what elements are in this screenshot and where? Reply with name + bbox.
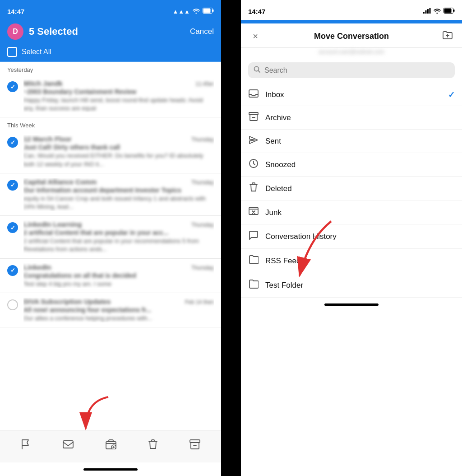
email-preview: Happy Friday, launch Hill send, boost ro…	[23, 96, 214, 112]
email-sender: Capital Alliance Comm	[23, 178, 97, 186]
email-item[interactable]: ✓ LinkedIn Learning Thursday 2 artificia…	[0, 216, 221, 258]
folder-item-snoozed[interactable]: Snoozed	[241, 153, 462, 177]
select-all-checkbox[interactable]	[7, 47, 17, 57]
selected-count: 5 Selected	[29, 26, 185, 37]
folder-name-snoozed: Snoozed	[265, 160, 455, 169]
new-folder-button[interactable]	[440, 30, 455, 43]
folder-list: Inbox ✓ Archive Sent Snoozed	[241, 84, 462, 298]
email-item[interactable]: ✓ 12 March Floor Thursday Just Call! Dir…	[0, 131, 221, 173]
svg-rect-12	[430, 8, 431, 14]
email-date: Thursday	[191, 222, 214, 228]
email-subject: Our Information account department Inves…	[23, 187, 214, 194]
email-item[interactable]: DiVA Subscription Updates Feb 14 then Al…	[0, 293, 221, 327]
home-bar-right	[324, 303, 379, 306]
email-subject: 2 artificial Content that are popular in…	[23, 229, 214, 236]
email-content-5: LinkedIn Thursday Congratulations on all…	[23, 263, 214, 288]
inbox-icon	[248, 89, 259, 100]
flag-button[interactable]	[15, 435, 36, 453]
checkmark-icon: ✓	[10, 267, 15, 274]
conversation-history-icon	[248, 230, 259, 243]
signal-icon: ▲▲▲	[172, 8, 190, 15]
email-date: Thursday	[191, 179, 214, 186]
email-sender: LinkedIn	[23, 263, 51, 271]
email-item[interactable]: ✓ Capital Alliance Comm Thursday Our Inf…	[0, 173, 221, 216]
folder-item-archive[interactable]: Archive	[241, 106, 462, 130]
svg-rect-3	[63, 441, 73, 448]
svg-rect-11	[427, 9, 429, 14]
email-checkbox-3[interactable]: ✓	[7, 180, 18, 191]
folder-item-rss-feeds[interactable]: RSS Feeds	[241, 249, 462, 273]
email-content-1: Mitch Jandk 11:45er ~2003 Boundary Conta…	[23, 79, 214, 112]
home-indicator-left	[0, 462, 221, 476]
deleted-icon	[248, 182, 259, 195]
folder-item-test-folder[interactable]: Test Folder	[241, 273, 462, 298]
test-folder-icon	[248, 279, 259, 291]
svg-rect-2	[203, 9, 211, 13]
select-all-label: Select All	[22, 48, 51, 56]
email-sender: 12 March Floor	[23, 135, 72, 143]
folder-name-conversation-history: Conversation History	[265, 232, 455, 241]
inbox-checkmark: ✓	[448, 90, 455, 100]
mark-read-button[interactable]	[57, 437, 79, 452]
checkmark-icon: ✓	[10, 84, 15, 90]
folder-item-sent[interactable]: Sent	[241, 130, 462, 153]
status-time-right: 14:47	[248, 8, 265, 15]
email-checkbox-6[interactable]	[7, 299, 18, 310]
email-preview: Can, Would you received EITHER: Do benef…	[23, 152, 214, 168]
email-content-2: 12 March Floor Thursday Just Call! Dirty…	[23, 135, 214, 168]
archive-button[interactable]	[184, 436, 206, 453]
folder-item-inbox[interactable]: Inbox ✓	[241, 84, 462, 106]
email-content-6: DiVA Subscription Updates Feb 14 then Al…	[23, 298, 214, 322]
email-checkbox-5[interactable]: ✓	[7, 265, 18, 276]
modal-title: Move Conversation	[263, 32, 440, 41]
email-date: Feb 14 then	[185, 299, 214, 305]
modal-header: × Move Conversation	[241, 23, 462, 48]
checkmark-icon: ✓	[10, 139, 15, 146]
svg-rect-6	[190, 440, 200, 443]
cancel-button[interactable]: Cancel	[190, 27, 214, 36]
svg-rect-10	[425, 10, 427, 14]
svg-rect-9	[423, 12, 425, 14]
svg-rect-21	[249, 207, 258, 215]
email-sender: LinkedIn Learning	[23, 220, 82, 228]
svg-rect-15	[444, 9, 452, 13]
email-checkbox-2[interactable]: ✓	[7, 137, 18, 148]
email-selection-header: D 5 Selected Cancel	[0, 20, 221, 44]
search-icon	[254, 66, 261, 75]
search-input[interactable]	[264, 66, 449, 75]
email-preview: Test step 4 big pro my am. I some	[23, 280, 214, 288]
email-subject: All now! announcing four expectations fr…	[23, 306, 214, 313]
checkmark-icon: ✓	[10, 182, 15, 188]
folder-name-rss-feeds: RSS Feeds	[265, 257, 455, 266]
email-subject: ~2003 Boundary Containment Review	[23, 88, 214, 95]
status-time-left: 14:47	[7, 8, 24, 15]
email-sender: Mitch Jandk	[23, 79, 63, 87]
modal-accent-bar	[241, 20, 462, 23]
email-date: 11:45er	[195, 81, 214, 87]
modal-close-button[interactable]: ×	[248, 31, 263, 42]
folder-name-inbox: Inbox	[265, 90, 442, 99]
home-indicator-right	[241, 298, 462, 311]
search-bar[interactable]	[248, 62, 455, 78]
status-icons-left: ▲▲▲	[172, 8, 214, 15]
email-item[interactable]: ✓ LinkedIn Thursday Congratulations on a…	[0, 259, 221, 293]
svg-rect-7	[191, 443, 199, 449]
folder-item-deleted[interactable]: Deleted	[241, 177, 462, 201]
select-all-bar[interactable]: Select All	[0, 44, 221, 62]
delete-button[interactable]	[143, 435, 163, 453]
folder-item-conversation-history[interactable]: Conversation History	[241, 224, 462, 249]
modal-subtitle: account.user@outlook.com	[241, 48, 462, 59]
email-subject: Just Call! Dirty others thank call	[23, 144, 214, 151]
status-bar-right: 14:47	[241, 0, 462, 20]
email-subject: Congratulations on all that is decided	[23, 272, 214, 279]
folder-name-deleted: Deleted	[265, 184, 455, 193]
folder-item-junk[interactable]: Junk	[241, 201, 462, 224]
svg-rect-14	[453, 9, 455, 12]
move-button[interactable]	[100, 436, 122, 453]
email-checkbox-1[interactable]: ✓	[7, 81, 18, 92]
email-item[interactable]: ✓ Mitch Jandk 11:45er ~2003 Boundary Con…	[0, 75, 221, 117]
snoozed-icon	[248, 159, 259, 170]
email-sender: DiVA Subscription Updates	[23, 298, 111, 305]
email-checkbox-4[interactable]: ✓	[7, 222, 18, 233]
folder-name-sent: Sent	[265, 137, 455, 146]
